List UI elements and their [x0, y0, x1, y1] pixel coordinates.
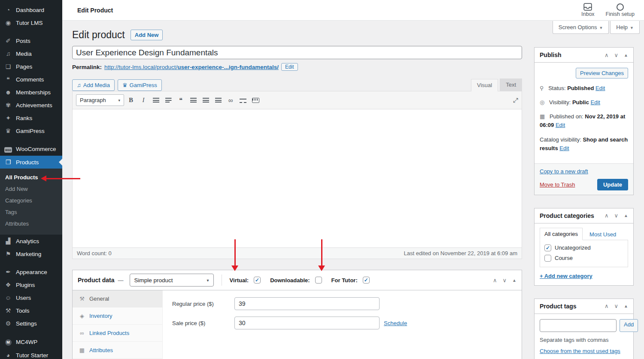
- published-on-row: ▦ Published on: Nov 22, 2019 at 06:09 Ed…: [540, 112, 628, 130]
- sidebar-item-appearance[interactable]: ✒ Appearance: [0, 265, 62, 278]
- sidebar-item-tools[interactable]: ⚒ Tools: [0, 304, 62, 317]
- permalink-edit-button[interactable]: Edit: [281, 63, 298, 71]
- sidebar-item-label: Products: [16, 159, 39, 166]
- sidebar-item-products[interactable]: ❒ Products: [0, 156, 62, 169]
- sidebar-item-woocommerce[interactable]: woo WooCommerce: [0, 142, 62, 156]
- edit-catalog-link[interactable]: Edit: [559, 145, 569, 151]
- tag-input[interactable]: [540, 319, 617, 332]
- publish-box: Publish ∧ ∨ ▲ Preview Changes ⚲ Status: …: [534, 47, 634, 195]
- bullet-list-button[interactable]: [150, 95, 161, 106]
- visual-tab[interactable]: Visual: [471, 79, 498, 91]
- move-up-button[interactable]: ∧: [605, 303, 609, 309]
- move-down-button[interactable]: ∨: [503, 277, 507, 284]
- add-tag-button[interactable]: Add: [620, 319, 638, 332]
- schedule-link[interactable]: Schedule: [384, 320, 407, 326]
- finish-setup-button[interactable]: Finish setup: [606, 3, 635, 17]
- submenu-item-add-new[interactable]: Add New: [0, 183, 62, 195]
- sidebar-item-marketing[interactable]: ⚑ Marketing: [0, 247, 62, 260]
- sidebar-item-users[interactable]: ☺ Users: [0, 291, 62, 304]
- copy-to-draft-link[interactable]: Copy to a new draft: [540, 168, 588, 175]
- align-right-icon: [215, 98, 222, 103]
- tab-general[interactable]: ⚒ General: [73, 290, 162, 308]
- sidebar-item-comments[interactable]: ❝ Comments: [0, 73, 62, 86]
- finish-setup-label: Finish setup: [606, 11, 635, 17]
- numbered-list-button[interactable]: [163, 95, 174, 106]
- sidebar-item-gamipress[interactable]: ♛ GamiPress: [0, 124, 62, 137]
- sidebar-item-mc4wp[interactable]: M MC4WP: [0, 335, 62, 349]
- tab-attributes[interactable]: ▦ Attributes: [73, 342, 162, 359]
- tab-inventory[interactable]: ◈ Inventory: [73, 308, 162, 325]
- collapse-toggle[interactable]: ▲: [624, 213, 628, 218]
- for-tutor-checkbox[interactable]: ✓: [363, 277, 370, 284]
- add-new-category-link[interactable]: + Add new category: [540, 273, 592, 279]
- all-categories-tab[interactable]: All categories: [540, 228, 583, 240]
- edit-published-link[interactable]: Edit: [556, 122, 565, 128]
- uncategorized-checkbox[interactable]: ✓: [544, 244, 551, 251]
- paragraph-format-select[interactable]: Paragraph ▾: [76, 94, 124, 106]
- move-to-trash-link[interactable]: Move to Trash: [540, 181, 575, 188]
- insert-link-button[interactable]: ∞: [225, 95, 236, 106]
- update-button[interactable]: Update: [597, 179, 628, 190]
- preview-changes-button[interactable]: Preview Changes: [576, 68, 628, 78]
- downloadable-checkbox[interactable]: [315, 277, 322, 284]
- edit-visibility-link[interactable]: Edit: [591, 99, 600, 106]
- achievements-icon: ✾: [4, 102, 12, 109]
- edit-status-link[interactable]: Edit: [595, 85, 605, 91]
- sidebar-item-tutor-starter[interactable]: ◕ Tutor Starter: [0, 349, 62, 359]
- choose-most-used-tags-link[interactable]: Choose from the most used tags: [540, 348, 620, 354]
- bold-button[interactable]: B: [125, 95, 137, 106]
- sidebar-item-analytics[interactable]: ▟ Analytics: [0, 235, 62, 247]
- virtual-label: Virtual:: [230, 277, 249, 284]
- help-tab[interactable]: Help▼: [610, 21, 640, 34]
- sidebar-item-achievements[interactable]: ✾ Achievements: [0, 99, 62, 112]
- sidebar-item-settings[interactable]: ⚙ Settings: [0, 317, 62, 330]
- sidebar-item-plugins[interactable]: ❖ Plugins: [0, 278, 62, 291]
- sidebar-item-dashboard[interactable]: ◔ Dashboard: [0, 3, 62, 16]
- visibility-row: ◎ Visibility: Public Edit: [540, 98, 628, 107]
- editor-content-area[interactable]: [73, 109, 522, 247]
- collapse-toggle[interactable]: ▲: [624, 304, 628, 308]
- text-tab[interactable]: Text: [500, 78, 522, 91]
- move-down-button[interactable]: ∨: [614, 52, 619, 58]
- sale-price-input[interactable]: [234, 317, 380, 329]
- move-down-button[interactable]: ∨: [614, 212, 619, 219]
- product-title-input[interactable]: [72, 46, 522, 59]
- inbox-button[interactable]: Inbox: [581, 3, 595, 17]
- most-used-tab[interactable]: Most Used: [589, 229, 616, 240]
- fullscreen-button[interactable]: ⤢: [513, 97, 518, 104]
- regular-price-input[interactable]: [234, 297, 380, 310]
- sidebar-item-tutor-lms[interactable]: ◉ Tutor LMS: [0, 16, 62, 29]
- add-new-button[interactable]: Add New: [131, 30, 163, 40]
- tools-icon: ⚒: [4, 307, 12, 314]
- move-up-button[interactable]: ∧: [605, 52, 609, 58]
- course-checkbox[interactable]: [544, 255, 551, 262]
- screen-options-tab[interactable]: Screen Options▼: [553, 21, 609, 34]
- submenu-item-tags[interactable]: Tags: [0, 206, 62, 218]
- permalink-url[interactable]: http://tutor-lms.local/product/user-expe…: [104, 64, 279, 70]
- align-left-button[interactable]: [188, 95, 199, 106]
- sidebar-item-memberships[interactable]: ☻ Memberships: [0, 86, 62, 99]
- finish-setup-icon: [617, 3, 624, 11]
- sidebar-item-pages[interactable]: ❏ Pages: [0, 60, 62, 73]
- move-down-button[interactable]: ∨: [614, 303, 619, 309]
- tab-linked-products[interactable]: ∞ Linked Products: [73, 325, 162, 342]
- add-media-button[interactable]: ♫Add Media: [72, 79, 115, 91]
- collapse-toggle[interactable]: ▲: [512, 278, 516, 283]
- submenu-item-attributes[interactable]: Attributes: [0, 218, 62, 229]
- submenu-item-categories[interactable]: Categories: [0, 195, 62, 206]
- move-up-button[interactable]: ∧: [493, 277, 497, 284]
- toolbar-toggle-button[interactable]: [250, 95, 261, 106]
- italic-button[interactable]: I: [138, 95, 149, 106]
- product-type-select[interactable]: Simple product ▾: [130, 274, 214, 287]
- sidebar-item-media[interactable]: ♫ Media: [0, 47, 62, 60]
- collapse-toggle[interactable]: ▲: [624, 53, 628, 57]
- blockquote-button[interactable]: ❝: [175, 95, 186, 106]
- virtual-checkbox[interactable]: ✓: [254, 277, 261, 284]
- sidebar-item-ranks[interactable]: ✦ Ranks: [0, 112, 62, 124]
- align-right-button[interactable]: [213, 95, 224, 106]
- sidebar-item-posts[interactable]: ✐ Posts: [0, 34, 62, 47]
- align-center-button[interactable]: [200, 95, 211, 106]
- gamipress-button[interactable]: ♛GamiPress: [118, 79, 162, 91]
- move-up-button[interactable]: ∧: [605, 212, 609, 219]
- read-more-button[interactable]: [237, 95, 249, 106]
